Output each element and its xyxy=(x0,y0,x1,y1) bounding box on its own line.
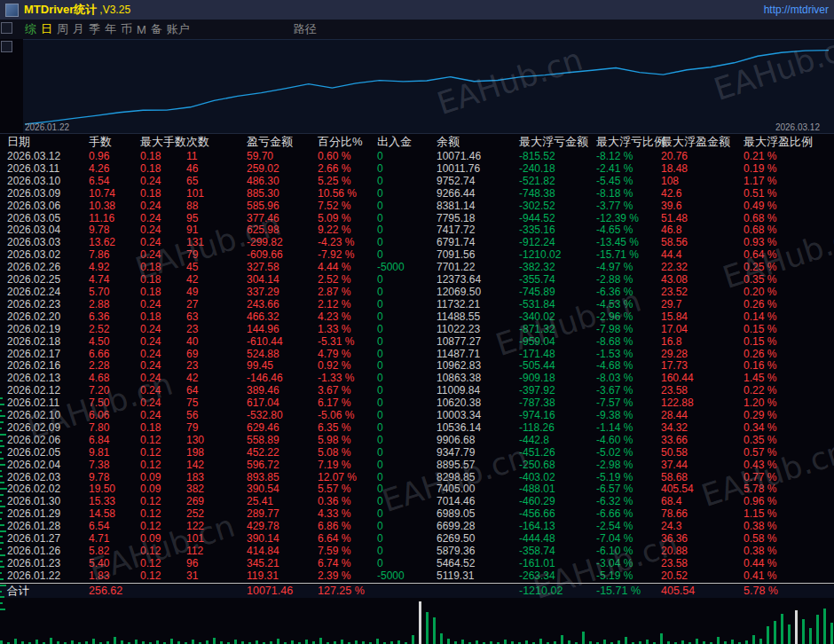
cell: 0 xyxy=(377,249,437,262)
cell: 2.87 % xyxy=(318,287,377,299)
table-row[interactable]: 2026.02.206.360.1863466.324.23 %011488.5… xyxy=(0,311,834,324)
cell: 1.33 % xyxy=(318,324,377,336)
table-row[interactable]: 2026.02.245.700.1849337.292.87 %012069.5… xyxy=(0,287,834,299)
cell: -4.60 % xyxy=(596,435,661,447)
table-row[interactable]: 2026.01.265.820.12112414.847.59 %05879.3… xyxy=(0,546,834,558)
cell: 0.24 xyxy=(140,324,186,336)
cell: 0.09 xyxy=(140,483,186,496)
menu-item-账户[interactable]: 账户 xyxy=(167,21,190,37)
table-row[interactable]: 2026.02.106.060.2456-532.80-5.06 %010003… xyxy=(0,410,834,422)
table-row[interactable]: 2026.01.274.710.09101390.146.64 %06269.5… xyxy=(0,533,834,546)
cell: 2026.02.20 xyxy=(7,311,89,324)
cell: 524.88 xyxy=(247,349,318,361)
cell: 29.28 xyxy=(661,349,744,361)
cell: 0.21 % xyxy=(744,151,832,163)
menu-item-M[interactable]: M xyxy=(137,23,146,36)
table-row[interactable]: 2026.03.106.540.2465486.305.25 %09752.74… xyxy=(0,176,834,188)
cell: -161.01 xyxy=(519,558,596,570)
menu-item-币[interactable]: 币 xyxy=(121,21,132,37)
cell: 0.12 xyxy=(140,459,186,472)
table-row[interactable]: 2026.02.047.380.12142596.727.19 %08895.5… xyxy=(0,459,834,472)
menu-item-周[interactable]: 周 xyxy=(57,21,68,37)
table-row[interactable]: 2026.03.114.260.1846259.022.66 %010011.7… xyxy=(0,163,834,176)
cell: 466.32 xyxy=(247,311,318,324)
cell: 0.24 xyxy=(140,385,186,397)
table-row[interactable]: 2026.02.232.880.2427243.662.12 %011732.2… xyxy=(0,299,834,311)
table-row[interactable]: 2026.03.049.780.2491625.989.22 %07417.72… xyxy=(0,224,834,237)
menu-item-月[interactable]: 月 xyxy=(73,21,84,37)
menu-item-季[interactable]: 季 xyxy=(89,21,100,37)
table-row[interactable]: 2026.02.264.920.1845327.584.44 %-5000770… xyxy=(0,262,834,274)
cell: 5.78 % xyxy=(744,483,832,496)
cell: -444.48 xyxy=(519,533,596,546)
table-row[interactable]: 2026.03.0610.380.2488585.967.52 %08381.1… xyxy=(0,200,834,213)
cell: 6699.28 xyxy=(437,521,519,533)
cell: 0.12 xyxy=(140,521,186,533)
table-row[interactable]: 2026.02.176.660.2469524.884.79 %011487.7… xyxy=(0,349,834,361)
column-header: 最大手数次数 xyxy=(140,134,247,150)
menu-item-综[interactable]: 综 xyxy=(25,21,36,37)
cell: 91 xyxy=(186,224,247,237)
table-row[interactable]: 2026.02.0219.500.09382390.545.57 %07405.… xyxy=(0,483,834,496)
cell: -3.67 % xyxy=(596,385,661,397)
menu-item-日[interactable]: 日 xyxy=(41,21,52,37)
cell: -5.45 % xyxy=(596,176,661,188)
cell: 2026.02.25 xyxy=(7,274,89,287)
cell: 2.66 % xyxy=(318,163,377,176)
menu-bar: 综日周月季年币M备账户 路径 xyxy=(0,20,834,39)
cell: 4.74 xyxy=(89,274,140,287)
cell: 36.36 xyxy=(661,533,744,546)
table-row[interactable]: 2026.02.134.680.2442-146.46-1.33 %010863… xyxy=(0,373,834,385)
table-row[interactable]: 2026.02.254.740.1842304.142.52 %012373.6… xyxy=(0,274,834,287)
cell: -2.41 % xyxy=(596,163,661,176)
cell: -6.36 % xyxy=(596,287,661,299)
table-row[interactable]: 2026.03.0910.740.18101885.3010.56 %09266… xyxy=(0,188,834,200)
table-row[interactable]: 2026.02.059.810.12198452.225.08 %09347.7… xyxy=(0,447,834,459)
table-row[interactable]: 2026.03.0511.160.2495377.465.09 %07795.1… xyxy=(0,213,834,225)
table-row[interactable]: 2026.02.039.780.09183893.8512.07 %08298.… xyxy=(0,472,834,484)
cell: 0 xyxy=(377,349,437,361)
table-row[interactable]: 2026.01.221.830.1231119.312.39 %-5000511… xyxy=(0,570,834,583)
cell: 56 xyxy=(186,410,247,422)
table-row[interactable]: 2026.01.3015.330.1226925.410.36 %07014.4… xyxy=(0,496,834,508)
website-link[interactable]: http://mtdriver xyxy=(764,4,829,16)
cell: 45 xyxy=(186,262,247,274)
chart-tool-icon[interactable] xyxy=(1,41,12,52)
table-row[interactable]: 2026.01.235.400.1296345.216.74 %05464.52… xyxy=(0,558,834,570)
cell: 10.38 xyxy=(89,200,140,213)
menu-item-path[interactable]: 路径 xyxy=(294,21,317,37)
panel-toggle-icon[interactable] xyxy=(1,22,12,34)
cell: 429.78 xyxy=(247,521,318,533)
table-row[interactable]: 2026.02.162.280.242399.450.92 %010962.83… xyxy=(0,360,834,373)
menu-item-年[interactable]: 年 xyxy=(105,21,116,37)
cell: 0.29 % xyxy=(744,410,832,422)
cell: -815.52 xyxy=(519,151,596,163)
cell: -451.26 xyxy=(519,447,596,459)
menu-item-备[interactable]: 备 xyxy=(151,21,162,37)
table-row[interactable]: 2026.02.192.520.2423144.961.33 %011022.2… xyxy=(0,324,834,336)
total-cell: -1210.02 xyxy=(519,585,596,598)
cell: 885.30 xyxy=(247,188,318,200)
table-row[interactable]: 2026.01.286.540.12122429.786.86 %06699.2… xyxy=(0,521,834,533)
table-row[interactable]: 2026.03.027.860.2479-609.66-7.92 %07091.… xyxy=(0,249,834,262)
cell: 2026.02.03 xyxy=(7,472,89,484)
cell: 2026.03.02 xyxy=(7,249,89,262)
total-cell xyxy=(140,585,186,598)
table-row[interactable]: 2026.03.120.960.181159.700.60 %010071.46… xyxy=(0,151,834,163)
table-row[interactable]: 2026.02.117.500.2475617.046.17 %010620.3… xyxy=(0,397,834,410)
cell: 9752.74 xyxy=(437,176,519,188)
daily-stats-table: 2026.03.120.960.181159.700.60 %010071.46… xyxy=(0,151,834,583)
table-row[interactable]: 2026.02.066.840.12130558.895.98 %09906.6… xyxy=(0,435,834,447)
cell: 4.79 % xyxy=(318,349,377,361)
table-row[interactable]: 2026.02.184.500.2440-610.44-5.31 %010877… xyxy=(0,336,834,349)
table-row[interactable]: 2026.01.2914.580.12252289.774.33 %06989.… xyxy=(0,508,834,521)
cell: 617.04 xyxy=(247,397,318,410)
table-row[interactable]: 2026.02.127.200.2464389.463.67 %011009.8… xyxy=(0,385,834,397)
cell: -5.06 % xyxy=(318,410,377,422)
table-row[interactable]: 2026.03.0313.620.24131-299.82-4.23 %0679… xyxy=(0,237,834,249)
table-row[interactable]: 2026.02.097.800.1879629.466.35 %010536.1… xyxy=(0,422,834,435)
cell: 29.7 xyxy=(661,299,744,311)
cell: 0.12 xyxy=(140,435,186,447)
cell: 1.17 % xyxy=(744,176,832,188)
chart-start-date: 2026.01.22 xyxy=(25,122,69,132)
